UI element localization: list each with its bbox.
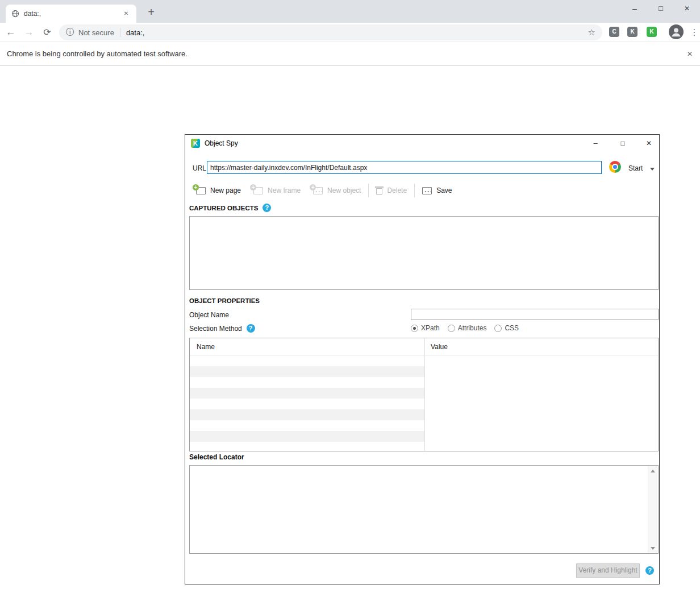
katalon-extension-icon[interactable] (647, 27, 657, 37)
object-name-input[interactable] (411, 309, 659, 320)
table-row[interactable] (190, 409, 424, 420)
object-properties-heading: OBJECT PROPERTIES (189, 297, 260, 304)
new-frame-button[interactable]: New frame (247, 182, 307, 199)
radio-selected-icon (411, 325, 418, 332)
new-object-label: New object (327, 186, 361, 194)
url-label: URL (193, 164, 206, 172)
radio-xpath[interactable]: XPath (411, 324, 440, 332)
katalon-logo-icon (191, 139, 200, 148)
radio-css[interactable]: CSS (494, 324, 519, 332)
table-row[interactable] (190, 388, 424, 399)
selected-locator-label: Selected Locator (189, 453, 244, 461)
automation-infobar: Chrome is being controlled by automated … (0, 42, 700, 66)
scrollbar[interactable] (648, 466, 657, 553)
start-dropdown-caret-icon[interactable] (650, 168, 655, 171)
selected-locator-textarea[interactable] (189, 465, 659, 554)
table-row[interactable] (190, 366, 424, 377)
window-minimize-button[interactable] (622, 0, 648, 17)
object-name-label: Object Name (189, 311, 229, 319)
delete-label: Delete (387, 186, 407, 194)
selected-locator-heading: Selected Locator (189, 453, 244, 461)
table-row[interactable] (190, 377, 424, 388)
trash-icon (376, 188, 382, 195)
browser-menu-icon[interactable] (689, 23, 700, 42)
new-frame-icon (253, 187, 263, 194)
tab-close-icon[interactable] (122, 9, 131, 18)
browser-toolbar: Not secure data:, C K (0, 23, 700, 42)
properties-table-body (190, 355, 658, 451)
save-button[interactable]: Save (416, 182, 458, 199)
url-input[interactable] (207, 161, 602, 174)
window-maximize-button[interactable] (648, 0, 674, 17)
address-url: data:, (126, 28, 588, 37)
radio-attributes[interactable]: Attributes (448, 324, 487, 332)
infobar-text: Chrome is being controlled by automated … (7, 49, 188, 58)
new-page-label: New page (210, 186, 241, 194)
plus-badge-icon (193, 184, 199, 190)
save-label: Save (436, 186, 452, 194)
profile-avatar[interactable] (669, 24, 684, 39)
dialog-minimize-button[interactable] (586, 135, 605, 152)
object-properties-label: OBJECT PROPERTIES (189, 297, 260, 304)
infobar-close-icon[interactable] (685, 49, 694, 59)
table-row[interactable] (190, 399, 424, 409)
selection-method-options: XPath Attributes CSS (411, 324, 519, 332)
dialog-maximize-button[interactable] (614, 135, 632, 152)
selection-method-label: Selection Method (189, 325, 242, 333)
back-button[interactable] (2, 23, 19, 42)
new-object-button[interactable]: New object (307, 182, 367, 199)
new-tab-button[interactable] (143, 5, 159, 20)
extension-icon-c[interactable]: C (609, 27, 619, 37)
new-frame-label: New frame (268, 186, 301, 194)
captured-objects-panel[interactable] (189, 216, 659, 290)
toolbar-separator (414, 184, 415, 197)
window-close-button[interactable] (674, 0, 700, 17)
help-icon[interactable] (247, 324, 255, 333)
radio-label: Attributes (458, 324, 487, 332)
forward-button[interactable] (20, 23, 38, 42)
selection-method-row: Selection Method (189, 324, 255, 333)
tab-strip: data:, (0, 0, 700, 23)
chrome-browser-icon (609, 161, 621, 173)
reload-button[interactable] (39, 23, 56, 42)
dialog-toolbar: New page New frame New object Delete Sav… (190, 181, 458, 200)
security-label: Not secure (78, 28, 114, 37)
omnibox-divider (120, 28, 120, 37)
new-page-button[interactable]: New page (190, 182, 247, 199)
object-spy-dialog: Object Spy URL Start New page New frame … (185, 134, 660, 584)
new-page-icon (196, 187, 206, 194)
address-bar[interactable]: Not secure data:, (59, 24, 602, 40)
radio-label: XPath (421, 324, 440, 332)
toolbar-separator (368, 184, 369, 197)
table-row[interactable] (190, 431, 424, 442)
info-icon[interactable] (66, 27, 74, 38)
globe-icon (11, 10, 19, 18)
plus-badge-icon (250, 184, 256, 190)
properties-table[interactable]: Name Value (189, 338, 659, 451)
new-object-icon (313, 187, 323, 194)
start-button[interactable]: Start (628, 164, 643, 172)
radio-unselected-icon (494, 325, 502, 332)
table-row[interactable] (190, 420, 424, 431)
table-row[interactable] (190, 355, 424, 366)
save-icon (422, 187, 432, 194)
help-icon[interactable] (645, 566, 654, 575)
browser-tab[interactable]: data:, (6, 5, 136, 23)
extension-icon-k[interactable]: K (627, 27, 638, 37)
dialog-titlebar[interactable]: Object Spy (185, 135, 659, 152)
dialog-close-button[interactable] (640, 135, 658, 152)
delete-button[interactable]: Delete (370, 182, 413, 199)
column-header-value: Value (431, 343, 448, 351)
window-controls (622, 0, 700, 17)
dialog-title: Object Spy (205, 135, 238, 152)
radio-label: CSS (505, 324, 519, 332)
captured-objects-heading: CAPTURED OBJECTS (189, 204, 271, 212)
column-header-name: Name (197, 343, 215, 351)
tab-title: data:, (24, 10, 122, 18)
verify-and-highlight-button[interactable]: Verify and Highlight (576, 563, 640, 578)
scroll-down-icon[interactable] (648, 543, 657, 553)
properties-table-header: Name Value (190, 338, 658, 355)
help-icon[interactable] (262, 204, 271, 212)
scroll-up-icon[interactable] (648, 466, 657, 476)
bookmark-star-icon[interactable] (588, 27, 595, 38)
